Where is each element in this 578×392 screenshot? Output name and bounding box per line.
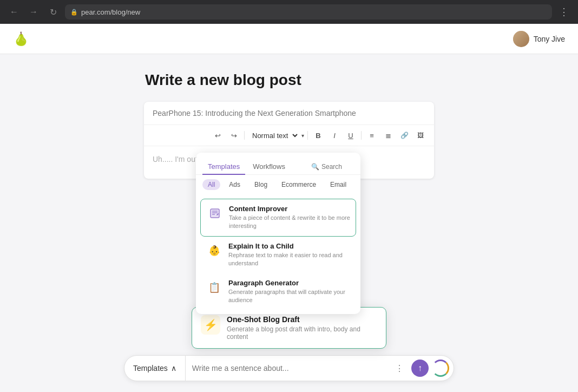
oneshot-name: One-Shot Blog Draft [227,315,377,324]
oneshot-desc: Generate a blog post draft with intro, b… [227,325,377,341]
templates-label: Templates [133,364,168,373]
filter-all[interactable]: All [202,179,220,190]
underline-button[interactable]: U [344,128,358,142]
address-bar[interactable]: 🔒 pear.com/blog/new [65,4,552,19]
bullet-list-button[interactable]: ≡ [365,128,379,142]
chevron-up-icon: ∧ [171,364,176,373]
template-name-content-improver: Content Improver [229,205,350,213]
tab-templates[interactable]: Templates [202,159,245,175]
app-logo: 🍐 [13,31,29,47]
filter-pills: All Ads Blog Ecommerce Email Frameworks [196,175,360,194]
template-item-content-improver[interactable]: Content Improver Take a piece of content… [200,199,356,237]
templates-dropdown: Templates Workflows 🔍 All Ads Blog Ecomm… [196,153,360,314]
template-list: Content Improver Take a piece of content… [196,194,360,314]
templates-button[interactable]: Templates ∧ [124,356,186,381]
lock-icon: 🔒 [70,9,78,16]
tab-workflows[interactable]: Workflows [247,159,291,175]
template-name-paragraph-gen: Paragraph Generator [228,279,351,287]
italic-button[interactable]: I [327,128,341,142]
bottom-actions: ⋮ ↑ [391,360,449,377]
send-button[interactable]: ↑ [411,360,429,377]
avatar-image [513,31,529,47]
user-info: Tony Jive [513,31,565,47]
refresh-button[interactable]: ↻ [45,4,61,19]
filter-ads[interactable]: Ads [224,179,246,190]
oneshot-info: One-Shot Blog Draft Generate a blog post… [227,315,377,341]
toolbar-divider [244,131,245,140]
link-button[interactable]: 🔗 [397,128,411,142]
more-options-button[interactable]: ⋮ [391,360,408,377]
filter-blog[interactable]: Blog [249,179,273,190]
dropdown-tabs: Templates Workflows 🔍 [196,153,360,175]
editor-title-input[interactable] [153,109,425,117]
browser-chrome: ← → ↻ 🔒 pear.com/blog/new ⋮ [0,0,578,24]
text-style-select[interactable]: Normal text Heading 1 Heading 2 [248,130,299,141]
template-info-paragraph-gen: Paragraph Generator Generate paragraphs … [228,279,351,305]
user-name: Tony Jive [534,35,565,43]
template-name-explain-child: Explain It to a Child [228,242,351,250]
back-button[interactable]: ← [6,4,22,19]
editor-body[interactable]: Uh..... I'm out of ideas. Templates Work… [144,146,434,179]
main-content: Write a new blog post ↩ ↪ Normal text He… [0,54,578,392]
template-item-paragraph-gen[interactable]: 📋 Paragraph Generator Generate paragraph… [200,273,356,310]
svg-rect-0 [211,209,219,218]
toolbar-divider-3 [361,131,362,140]
forward-button[interactable]: → [26,4,41,19]
bottom-bar: Templates ∧ ⋮ ↑ [124,355,454,381]
search-input[interactable] [321,163,354,171]
loading-button [432,360,449,377]
toolbar-divider-2 [307,131,308,140]
app-header: 🍐 Tony Jive [0,24,578,54]
image-button[interactable]: 🖼 [413,128,428,142]
browser-menu-button[interactable]: ⋮ [556,4,572,19]
avatar [513,31,529,47]
template-item-explain-child[interactable]: 👶 Explain It to a Child Rephrase text to… [200,237,356,273]
filter-email[interactable]: Email [325,179,352,190]
template-desc-content-improver: Take a piece of content & rewrite it to … [229,214,350,231]
editor-toolbar: ↩ ↪ Normal text Heading 1 Heading 2 ▾ B … [144,125,434,146]
undo-button[interactable]: ↩ [211,128,225,142]
bottom-input[interactable] [186,364,391,373]
template-icon-explain-child: 👶 [206,242,223,259]
ordered-list-button[interactable]: ≣ [381,128,395,142]
url-text: pear.com/blog/new [81,8,140,16]
editor-title-bar [144,102,434,125]
search-icon: 🔍 [311,163,319,171]
template-icon-paragraph-gen: 📋 [206,279,223,296]
editor-container: ↩ ↪ Normal text Heading 1 Heading 2 ▾ B … [144,102,434,179]
template-desc-paragraph-gen: Generate paragraphs that will captivate … [228,288,351,305]
oneshot-icon: ⚡ [201,315,220,335]
lightning-icon: ⚡ [204,318,218,331]
filter-ecommerce[interactable]: Ecommerce [276,179,321,190]
redo-button[interactable]: ↪ [227,128,241,142]
chevron-down-icon: ▾ [301,133,304,139]
dropdown-search: 🔍 [311,163,354,171]
template-icon-content-improver [206,205,224,222]
page-title: Write a new blog post [145,71,301,89]
template-info-explain-child: Explain It to a Child Rephrase text to m… [228,242,351,268]
template-desc-explain-child: Rephrase text to make it easier to read … [228,251,351,268]
bold-button[interactable]: B [311,128,325,142]
template-info-content-improver: Content Improver Take a piece of content… [229,205,350,231]
filter-frameworks[interactable]: Frameworks [355,179,360,190]
